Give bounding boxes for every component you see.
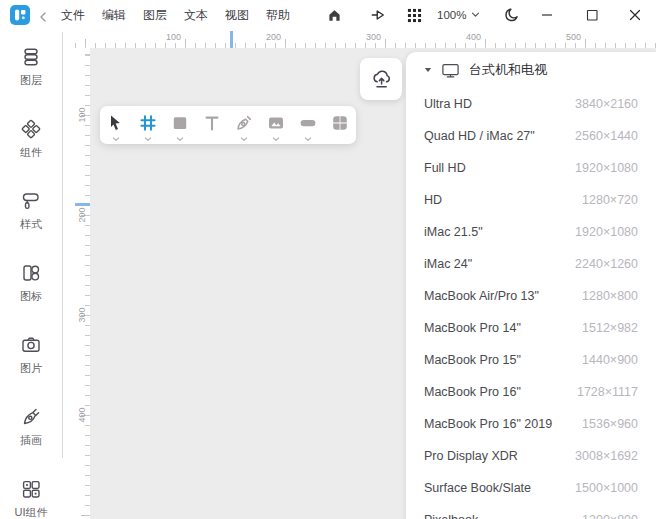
- device-presets-panel: 台式机和电视 Ultra HD3840×2160 Quad HD / iMac …: [406, 52, 656, 519]
- chevron-down-icon: [471, 12, 480, 18]
- device-size: 1440×900: [582, 353, 638, 367]
- device-row[interactable]: Pixelbook1200×800: [406, 504, 656, 519]
- device-size: 1280×800: [582, 289, 638, 303]
- upload-cloud-icon: [370, 68, 393, 91]
- tool-dropdown-caret[interactable]: [176, 137, 184, 142]
- device-row[interactable]: iMac 24"2240×1260: [406, 248, 656, 280]
- menu-list: 文件 编辑 图层 文本 视图 帮助: [61, 0, 290, 30]
- rectangle-tool[interactable]: [164, 106, 196, 144]
- frame-icon: [138, 113, 158, 133]
- tool-dropdown-caret[interactable]: [272, 137, 280, 142]
- device-group-header[interactable]: 台式机和电视: [406, 52, 656, 88]
- apps-grid-icon[interactable]: [405, 6, 423, 24]
- device-name: MacBook Pro 16": [424, 385, 521, 399]
- menu-view[interactable]: 视图: [225, 7, 249, 24]
- menu-edit[interactable]: 编辑: [102, 7, 126, 24]
- menubar: 文件 编辑 图层 文本 视图 帮助 100%: [0, 0, 656, 30]
- frame-tool[interactable]: [132, 106, 164, 144]
- pen-tool[interactable]: [228, 106, 260, 144]
- home-icon[interactable]: [325, 6, 343, 24]
- sidebar-divider: [62, 32, 63, 458]
- tools-toolbar: [100, 106, 356, 144]
- sidebar-item-layers[interactable]: 图层: [0, 46, 62, 118]
- sidebar-item-styles[interactable]: 样式: [0, 190, 62, 262]
- image-icon: [266, 113, 286, 133]
- upload-button[interactable]: [360, 58, 402, 100]
- component-tool[interactable]: [324, 106, 356, 144]
- device-name: iMac 24": [424, 257, 472, 271]
- camera-icon: [20, 334, 42, 356]
- close-icon[interactable]: [626, 6, 644, 24]
- sidebar-label: 图片: [20, 361, 42, 376]
- sidebar-item-icons[interactable]: 图标: [0, 262, 62, 334]
- menu-help[interactable]: 帮助: [266, 7, 290, 24]
- device-size: 1500×1000: [575, 481, 638, 495]
- tool-dropdown-caret[interactable]: [240, 137, 248, 142]
- sidebar-item-components[interactable]: 组件: [0, 118, 62, 190]
- device-name: Full HD: [424, 161, 466, 175]
- menu-file[interactable]: 文件: [61, 7, 85, 24]
- sidebar-label: 图层: [20, 73, 42, 88]
- ruler-label: 100: [76, 95, 88, 135]
- zoom-control[interactable]: 100%: [437, 0, 480, 30]
- rectangle-icon: [170, 113, 190, 133]
- ruler-label: 400: [76, 395, 88, 435]
- tool-dropdown-caret[interactable]: [112, 137, 120, 142]
- zoom-value: 100%: [437, 9, 466, 21]
- device-row[interactable]: Quad HD / iMac 27"2560×1440: [406, 120, 656, 152]
- present-icon[interactable]: [370, 6, 388, 24]
- sidebar-label: 组件: [20, 145, 42, 160]
- device-row[interactable]: iMac 21.5"1920×1080: [406, 216, 656, 248]
- image-tool[interactable]: [260, 106, 292, 144]
- device-name: MacBook Air/Pro 13": [424, 289, 539, 303]
- vertical-ruler: 100 200 300 400: [75, 48, 90, 519]
- components-icon: [20, 118, 42, 140]
- sidebar-label: UI组件: [15, 505, 48, 519]
- device-row[interactable]: MacBook Pro 14"1512×982: [406, 312, 656, 344]
- text-tool[interactable]: [196, 106, 228, 144]
- device-row[interactable]: MacBook Pro 15"1440×900: [406, 344, 656, 376]
- dark-mode-moon-icon[interactable]: [503, 6, 521, 24]
- device-size: 1200×800: [582, 513, 638, 519]
- device-name: MacBook Pro 14": [424, 321, 521, 335]
- sidebar-item-images[interactable]: 图片: [0, 334, 62, 406]
- device-size: 1512×982: [582, 321, 638, 335]
- ruler-label: 200: [76, 195, 88, 235]
- menu-text[interactable]: 文本: [184, 7, 208, 24]
- device-row[interactable]: MacBook Air/Pro 13"1280×800: [406, 280, 656, 312]
- pen-icon: [234, 113, 254, 133]
- device-row[interactable]: Surface Book/Slate1500×1000: [406, 472, 656, 504]
- sidebar-label: 插画: [20, 433, 42, 448]
- tool-dropdown-caret[interactable]: [144, 137, 152, 142]
- text-icon: [202, 113, 222, 133]
- device-row[interactable]: MacBook Pro 16" 20191536×960: [406, 408, 656, 440]
- app-logo[interactable]: [10, 5, 30, 25]
- select-tool[interactable]: [100, 106, 132, 144]
- ui-components-icon: [20, 478, 42, 500]
- device-row[interactable]: HD1280×720: [406, 184, 656, 216]
- monitor-icon: [441, 61, 460, 80]
- device-size: 1920×1080: [575, 225, 638, 239]
- shape-tool[interactable]: [292, 106, 324, 144]
- sidebar-item-ui-components[interactable]: UI组件: [0, 478, 62, 519]
- device-name: Surface Book/Slate: [424, 481, 531, 495]
- ruler-label: 500: [541, 32, 581, 42]
- device-name: Pro Display XDR: [424, 449, 518, 463]
- device-row[interactable]: Full HD1920×1080: [406, 152, 656, 184]
- device-row[interactable]: Pro Display XDR3008×1692: [406, 440, 656, 472]
- device-row[interactable]: MacBook Pro 16"1728×1117: [406, 376, 656, 408]
- maximize-icon[interactable]: [583, 6, 601, 24]
- device-name: MacBook Pro 16" 2019: [424, 417, 552, 431]
- ruler-label: 300: [76, 295, 88, 335]
- device-size: 1728×1117: [577, 385, 638, 399]
- minimize-icon[interactable]: [538, 6, 556, 24]
- device-size: 1920×1080: [575, 161, 638, 175]
- sidebar-label: 图标: [20, 289, 42, 304]
- sidebar-label: 样式: [20, 217, 42, 232]
- menu-layer[interactable]: 图层: [143, 7, 167, 24]
- device-size: 2560×1440: [575, 129, 638, 143]
- tool-dropdown-caret[interactable]: [304, 137, 312, 142]
- back-chevron-icon[interactable]: [38, 9, 48, 21]
- sidebar-item-illustration[interactable]: 插画: [0, 406, 62, 478]
- device-row[interactable]: Ultra HD3840×2160: [406, 88, 656, 120]
